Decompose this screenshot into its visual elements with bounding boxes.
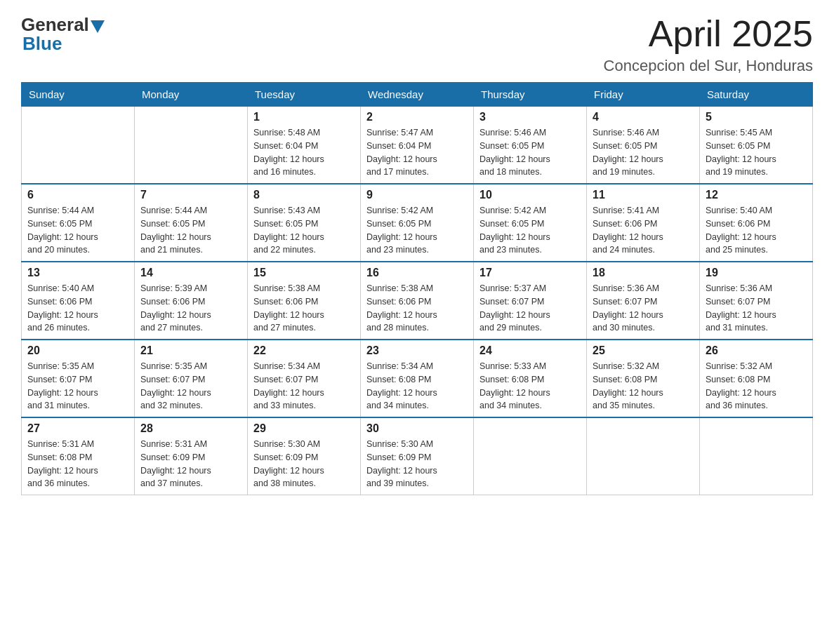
- day-number: 15: [253, 267, 355, 279]
- calendar-cell: 29Sunrise: 5:30 AMSunset: 6:09 PMDayligh…: [248, 417, 361, 495]
- day-info: Sunrise: 5:32 AMSunset: 6:08 PMDaylight:…: [593, 360, 694, 412]
- calendar-body: 1Sunrise: 5:48 AMSunset: 6:04 PMDaylight…: [22, 107, 813, 495]
- day-info: Sunrise: 5:30 AMSunset: 6:09 PMDaylight:…: [253, 438, 355, 490]
- logo-triangle-icon: [91, 20, 105, 33]
- day-number: 5: [706, 111, 807, 123]
- day-info: Sunrise: 5:36 AMSunset: 6:07 PMDaylight:…: [706, 282, 807, 335]
- logo-blue-text: Blue: [21, 33, 62, 55]
- calendar-cell: 12Sunrise: 5:40 AMSunset: 6:06 PMDayligh…: [700, 184, 813, 262]
- day-info: Sunrise: 5:46 AMSunset: 6:05 PMDaylight:…: [593, 126, 694, 179]
- header-day-tuesday: Tuesday: [248, 83, 361, 107]
- day-info: Sunrise: 5:46 AMSunset: 6:05 PMDaylight:…: [479, 126, 581, 179]
- calendar-cell: [22, 107, 135, 185]
- calendar-cell: 24Sunrise: 5:33 AMSunset: 6:08 PMDayligh…: [474, 340, 587, 417]
- calendar-cell: 27Sunrise: 5:31 AMSunset: 6:08 PMDayligh…: [22, 417, 135, 495]
- calendar-cell: 13Sunrise: 5:40 AMSunset: 6:06 PMDayligh…: [22, 262, 135, 340]
- calendar-cell: 25Sunrise: 5:32 AMSunset: 6:08 PMDayligh…: [587, 340, 700, 417]
- day-info: Sunrise: 5:48 AMSunset: 6:04 PMDaylight:…: [253, 126, 355, 179]
- day-info: Sunrise: 5:42 AMSunset: 6:05 PMDaylight:…: [479, 204, 581, 257]
- calendar-cell: 30Sunrise: 5:30 AMSunset: 6:09 PMDayligh…: [361, 417, 474, 495]
- calendar-week-2: 6Sunrise: 5:44 AMSunset: 6:05 PMDaylight…: [22, 184, 813, 262]
- calendar-cell: 10Sunrise: 5:42 AMSunset: 6:05 PMDayligh…: [474, 184, 587, 262]
- calendar-week-4: 20Sunrise: 5:35 AMSunset: 6:07 PMDayligh…: [22, 340, 813, 417]
- logo: General Blue: [21, 14, 105, 55]
- day-number: 28: [140, 422, 241, 435]
- day-number: 14: [140, 267, 241, 279]
- calendar-cell: [474, 417, 587, 495]
- month-title: April 2025: [604, 14, 813, 54]
- day-info: Sunrise: 5:44 AMSunset: 6:05 PMDaylight:…: [27, 204, 128, 257]
- day-number: 8: [253, 189, 355, 201]
- calendar-cell: 16Sunrise: 5:38 AMSunset: 6:06 PMDayligh…: [361, 262, 474, 340]
- header-day-saturday: Saturday: [700, 83, 813, 107]
- calendar-cell: 8Sunrise: 5:43 AMSunset: 6:05 PMDaylight…: [248, 184, 361, 262]
- page-header: General Blue April 2025 Concepcion del S…: [21, 14, 813, 75]
- calendar-cell: [587, 417, 700, 495]
- day-number: 1: [253, 111, 355, 123]
- calendar-cell: 1Sunrise: 5:48 AMSunset: 6:04 PMDaylight…: [248, 107, 361, 185]
- day-number: 20: [27, 344, 128, 357]
- day-number: 26: [706, 344, 807, 357]
- day-info: Sunrise: 5:31 AMSunset: 6:08 PMDaylight:…: [27, 438, 128, 490]
- day-number: 29: [253, 422, 355, 435]
- day-number: 6: [27, 189, 128, 201]
- day-info: Sunrise: 5:42 AMSunset: 6:05 PMDaylight:…: [366, 204, 468, 257]
- calendar-week-1: 1Sunrise: 5:48 AMSunset: 6:04 PMDaylight…: [22, 107, 813, 185]
- day-info: Sunrise: 5:38 AMSunset: 6:06 PMDaylight:…: [366, 282, 468, 335]
- day-number: 25: [593, 344, 694, 357]
- header-day-monday: Monday: [135, 83, 248, 107]
- day-number: 24: [479, 344, 581, 357]
- day-info: Sunrise: 5:40 AMSunset: 6:06 PMDaylight:…: [27, 282, 128, 335]
- header-day-friday: Friday: [587, 83, 700, 107]
- calendar-cell: 15Sunrise: 5:38 AMSunset: 6:06 PMDayligh…: [248, 262, 361, 340]
- calendar-cell: 19Sunrise: 5:36 AMSunset: 6:07 PMDayligh…: [700, 262, 813, 340]
- day-info: Sunrise: 5:45 AMSunset: 6:05 PMDaylight:…: [706, 126, 807, 179]
- day-info: Sunrise: 5:38 AMSunset: 6:06 PMDaylight:…: [253, 282, 355, 335]
- day-number: 27: [27, 422, 128, 435]
- header-day-wednesday: Wednesday: [361, 83, 474, 107]
- calendar-cell: 28Sunrise: 5:31 AMSunset: 6:09 PMDayligh…: [135, 417, 248, 495]
- day-info: Sunrise: 5:33 AMSunset: 6:08 PMDaylight:…: [479, 360, 581, 412]
- calendar-cell: 2Sunrise: 5:47 AMSunset: 6:04 PMDaylight…: [361, 107, 474, 185]
- header-day-sunday: Sunday: [22, 83, 135, 107]
- day-number: 11: [593, 189, 694, 201]
- calendar-cell: 6Sunrise: 5:44 AMSunset: 6:05 PMDaylight…: [22, 184, 135, 262]
- calendar-cell: [135, 107, 248, 185]
- title-section: April 2025 Concepcion del Sur, Honduras: [604, 14, 813, 75]
- calendar-cell: 21Sunrise: 5:35 AMSunset: 6:07 PMDayligh…: [135, 340, 248, 417]
- day-info: Sunrise: 5:35 AMSunset: 6:07 PMDaylight:…: [140, 360, 241, 412]
- day-number: 9: [366, 189, 468, 201]
- day-info: Sunrise: 5:40 AMSunset: 6:06 PMDaylight:…: [706, 204, 807, 257]
- calendar-cell: 20Sunrise: 5:35 AMSunset: 6:07 PMDayligh…: [22, 340, 135, 417]
- day-number: 22: [253, 344, 355, 357]
- calendar-cell: 23Sunrise: 5:34 AMSunset: 6:08 PMDayligh…: [361, 340, 474, 417]
- day-number: 30: [366, 422, 468, 435]
- day-number: 19: [706, 267, 807, 279]
- header-day-thursday: Thursday: [474, 83, 587, 107]
- calendar-cell: 18Sunrise: 5:36 AMSunset: 6:07 PMDayligh…: [587, 262, 700, 340]
- calendar-cell: 9Sunrise: 5:42 AMSunset: 6:05 PMDaylight…: [361, 184, 474, 262]
- calendar-cell: 17Sunrise: 5:37 AMSunset: 6:07 PMDayligh…: [474, 262, 587, 340]
- calendar-cell: 11Sunrise: 5:41 AMSunset: 6:06 PMDayligh…: [587, 184, 700, 262]
- day-number: 4: [593, 111, 694, 123]
- day-info: Sunrise: 5:41 AMSunset: 6:06 PMDaylight:…: [593, 204, 694, 257]
- day-number: 10: [479, 189, 581, 201]
- day-number: 3: [479, 111, 581, 123]
- day-number: 21: [140, 344, 241, 357]
- calendar-cell: 14Sunrise: 5:39 AMSunset: 6:06 PMDayligh…: [135, 262, 248, 340]
- day-number: 23: [366, 344, 468, 357]
- calendar-week-3: 13Sunrise: 5:40 AMSunset: 6:06 PMDayligh…: [22, 262, 813, 340]
- day-info: Sunrise: 5:37 AMSunset: 6:07 PMDaylight:…: [479, 282, 581, 335]
- day-number: 12: [706, 189, 807, 201]
- day-number: 18: [593, 267, 694, 279]
- calendar-cell: 26Sunrise: 5:32 AMSunset: 6:08 PMDayligh…: [700, 340, 813, 417]
- day-info: Sunrise: 5:32 AMSunset: 6:08 PMDaylight:…: [706, 360, 807, 412]
- day-info: Sunrise: 5:30 AMSunset: 6:09 PMDaylight:…: [366, 438, 468, 490]
- day-info: Sunrise: 5:31 AMSunset: 6:09 PMDaylight:…: [140, 438, 241, 490]
- header-row: SundayMondayTuesdayWednesdayThursdayFrid…: [22, 83, 813, 107]
- calendar-cell: 5Sunrise: 5:45 AMSunset: 6:05 PMDaylight…: [700, 107, 813, 185]
- calendar-cell: 3Sunrise: 5:46 AMSunset: 6:05 PMDaylight…: [474, 107, 587, 185]
- day-number: 13: [27, 267, 128, 279]
- day-info: Sunrise: 5:47 AMSunset: 6:04 PMDaylight:…: [366, 126, 468, 179]
- calendar-cell: [700, 417, 813, 495]
